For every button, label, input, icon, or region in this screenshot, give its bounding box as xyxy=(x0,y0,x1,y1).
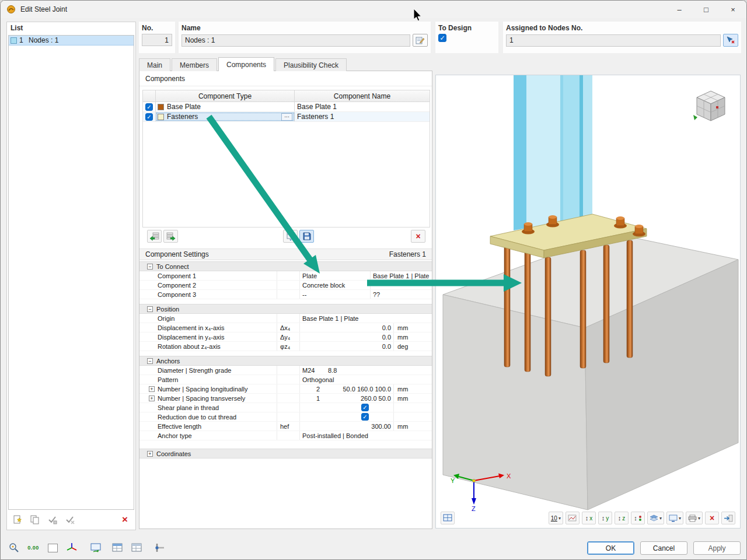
3d-viewport[interactable]: X Y Z 10 ▾ ↕x ↕y xyxy=(435,75,741,528)
ok-button[interactable]: OK xyxy=(587,541,634,555)
group-anchors[interactable]: − Anchors xyxy=(139,356,432,366)
extremes-x-button[interactable]: ↕x xyxy=(582,512,596,524)
row-shear-plane[interactable]: Shear plane in thread xyxy=(139,403,432,412)
longitudinal-spacing[interactable]: 50.0 160.0 100.0 xyxy=(320,386,393,393)
import-settings-button[interactable] xyxy=(283,230,298,243)
add-component-button[interactable] xyxy=(147,230,162,243)
delete-component-button[interactable]: × xyxy=(411,230,425,243)
transverse-count[interactable]: 1 xyxy=(302,395,320,402)
component-1-type[interactable]: Plate xyxy=(300,271,370,280)
component-2-type[interactable]: Concrete block xyxy=(300,281,370,289)
delete-joint-button[interactable]: × xyxy=(118,513,132,527)
tab-members[interactable]: Members xyxy=(172,58,217,71)
table-view-2-button[interactable] xyxy=(129,540,144,555)
row-effective-length[interactable]: Effective length hef 300.00 mm xyxy=(139,422,432,431)
transverse-spacing[interactable]: 260.0 50.0 xyxy=(320,395,393,402)
anchor-type-value[interactable]: Post-installed | Bonded xyxy=(300,431,432,440)
base-plate-checkbox[interactable] xyxy=(145,103,153,111)
dx-value[interactable]: 0.0 xyxy=(300,323,393,332)
row-component-1[interactable]: Component 1 Plate Base Plate 1 | Plate xyxy=(139,271,432,281)
print-dropdown[interactable]: ▾ xyxy=(686,512,703,524)
apply-button[interactable]: Apply xyxy=(693,541,741,555)
column-component-type[interactable]: Component Type xyxy=(156,90,295,102)
export-view-button[interactable] xyxy=(721,512,735,524)
rz-value[interactable]: 0.0 xyxy=(300,342,393,351)
component-3-value[interactable]: ?? xyxy=(370,290,432,299)
scale-dropdown[interactable]: 10 ▾ xyxy=(549,512,563,524)
component-1-value[interactable]: Base Plate 1 | Plate xyxy=(370,271,432,280)
row-component-2[interactable]: Component 2 Concrete block xyxy=(139,281,432,290)
grade-value[interactable]: 8.8 xyxy=(328,367,337,374)
titlebar[interactable]: Edit Steel Joint – □ × xyxy=(1,1,746,18)
name-input[interactable]: Nodes : 1 xyxy=(181,34,410,47)
row-rotation-z[interactable]: Rotation about z₄-axis φz₄ 0.0 deg xyxy=(139,342,432,351)
maximize-button[interactable]: □ xyxy=(693,1,720,18)
row-pattern[interactable]: Pattern Orthogonal xyxy=(139,375,432,384)
row-displacement-y[interactable]: Displacement in y₄-axis Δy₄ 0.0 mm xyxy=(139,332,432,342)
origin-value[interactable]: Base Plate 1 | Plate xyxy=(300,314,432,323)
find-settings-button[interactable] xyxy=(6,540,22,555)
pattern-value[interactable]: Orthogonal xyxy=(300,375,432,384)
edit-name-button[interactable] xyxy=(413,34,428,47)
copy-joint-button[interactable] xyxy=(28,513,42,527)
component-3-type[interactable]: -- xyxy=(300,290,370,299)
axes-display-button[interactable] xyxy=(64,540,79,555)
navigation-cube[interactable] xyxy=(690,88,731,127)
insert-component-button[interactable] xyxy=(163,230,178,243)
steel-column[interactable] xyxy=(514,75,592,230)
decimal-places-button[interactable]: 0.00 xyxy=(26,540,41,555)
longitudinal-count[interactable]: 2 xyxy=(302,386,320,393)
fasteners-browse-button[interactable]: ... xyxy=(281,113,292,121)
table-view-1-button[interactable] xyxy=(110,540,125,555)
row-spacing-longitudinal[interactable]: + Number | Spacing longitudinally 2 50.0… xyxy=(139,384,432,394)
group-position[interactable]: − Position xyxy=(139,304,432,314)
new-joint-button[interactable] xyxy=(11,513,25,527)
group-coordinates[interactable]: + Coordinates xyxy=(139,449,432,459)
fasteners-name[interactable]: Fasteners 1 xyxy=(295,112,430,121)
display-values-button[interactable] xyxy=(566,512,580,524)
row-origin[interactable]: Origin Base Plate 1 | Plate xyxy=(139,314,432,323)
extremes-y-button[interactable]: ↕y xyxy=(598,512,612,524)
collapse-icon[interactable]: − xyxy=(147,264,153,270)
dy-value[interactable]: 0.0 xyxy=(300,332,393,341)
extremes-z-button[interactable]: ↕z xyxy=(615,512,629,524)
row-component-3[interactable]: Component 3 -- ?? xyxy=(139,290,432,299)
row-reduction-thread[interactable]: Reduction due to cut thread xyxy=(139,412,432,422)
tab-components[interactable]: Components xyxy=(218,57,274,71)
extremes-all-button[interactable]: ↕ xyxy=(631,512,645,524)
close-results-button[interactable]: × xyxy=(705,512,719,524)
list-item[interactable]: 1 Nodes : 1 xyxy=(9,36,134,46)
to-design-checkbox[interactable] xyxy=(438,34,446,42)
row-spacing-transverse[interactable]: + Number | Spacing transversely 1 260.0 … xyxy=(139,394,432,403)
tab-main[interactable]: Main xyxy=(139,58,170,71)
no-input[interactable]: 1 xyxy=(142,34,172,46)
display-mode-dropdown[interactable]: ▾ xyxy=(666,512,683,524)
save-component-button[interactable] xyxy=(299,230,314,243)
row-anchor-type[interactable]: Anchor type Post-installed | Bonded xyxy=(139,431,432,440)
expand-icon[interactable]: + xyxy=(147,451,153,457)
effective-length-value[interactable]: 300.00 xyxy=(300,422,393,430)
column-component-name[interactable]: Component Name xyxy=(295,90,430,102)
row-diameter-grade[interactable]: Diameter | Strength grade M24 8.8 xyxy=(139,366,432,375)
layers-dropdown[interactable]: ▾ xyxy=(647,512,664,524)
joint-config-button[interactable] xyxy=(153,540,168,555)
fasteners-checkbox[interactable] xyxy=(145,113,153,121)
tab-plausibility-check[interactable]: Plausibility Check xyxy=(275,58,347,71)
assigned-nodes-input[interactable]: 1 xyxy=(506,34,721,47)
collapse-icon[interactable]: − xyxy=(147,358,153,364)
pick-nodes-button[interactable] xyxy=(723,34,738,47)
view-settings-button[interactable] xyxy=(441,512,455,524)
renderer-button[interactable] xyxy=(88,540,103,555)
minimize-button[interactable]: – xyxy=(666,1,693,18)
table-row-fasteners[interactable]: Fasteners ... Fasteners 1 xyxy=(143,112,430,122)
deselect-check-button[interactable] xyxy=(63,513,77,527)
component-2-value[interactable] xyxy=(370,281,432,289)
group-to-connect[interactable]: − To Connect xyxy=(139,261,432,271)
select-check-button[interactable] xyxy=(46,513,60,527)
joint-3d-scene[interactable] xyxy=(436,75,741,529)
expand-icon[interactable]: + xyxy=(149,386,155,392)
table-row-base-plate[interactable]: Base Plate Base Plate 1 xyxy=(143,102,430,112)
reduction-checkbox[interactable] xyxy=(361,413,369,421)
joint-listbox[interactable]: 1 Nodes : 1 xyxy=(8,35,134,510)
background-color-button[interactable] xyxy=(45,540,60,555)
